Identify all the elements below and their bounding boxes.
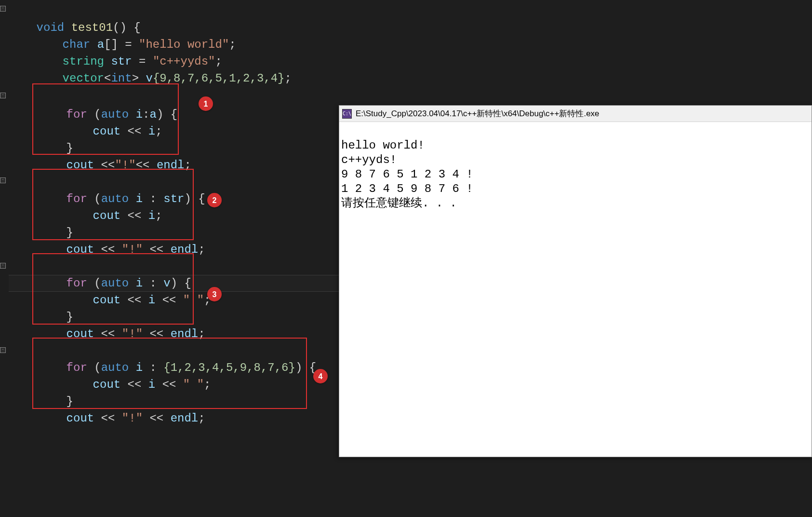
fold-icon[interactable]: - [0,6,6,12]
console-output[interactable]: hello world! c++yyds! 9 8 7 6 5 1 2 3 4 … [339,122,812,227]
console-window[interactable]: C:\ E:\Study_Cpp\2023.04\04.17\c++新特性\x6… [339,105,812,457]
console-line: 9 8 7 6 5 1 2 3 4 ! [341,168,473,181]
fold-icon[interactable]: - [0,93,6,98]
console-line: 请按任意键继续. . . [341,197,457,210]
console-line: hello world! [341,139,425,152]
annotation-badge-1: 1 [199,96,213,111]
fold-icon[interactable]: - [0,177,6,183]
fold-icon[interactable]: - [0,347,6,353]
console-titlebar[interactable]: C:\ E:\Study_Cpp\2023.04\04.17\c++新特性\x6… [339,106,812,122]
console-line: 1 2 3 4 5 9 8 7 6 ! [341,182,473,195]
annotation-badge-4: 4 [313,369,328,383]
console-app-icon: C:\ [342,109,352,119]
annotation-badge-2: 2 [207,193,222,207]
console-title: E:\Study_Cpp\2023.04\04.17\c++新特性\x64\De… [356,108,599,119]
console-line: c++yyds! [341,153,397,166]
annotation-badge-3: 3 [207,287,222,301]
fold-icon[interactable]: - [0,263,6,269]
code-line[interactable]: cout << "!" << endl; [39,393,205,444]
